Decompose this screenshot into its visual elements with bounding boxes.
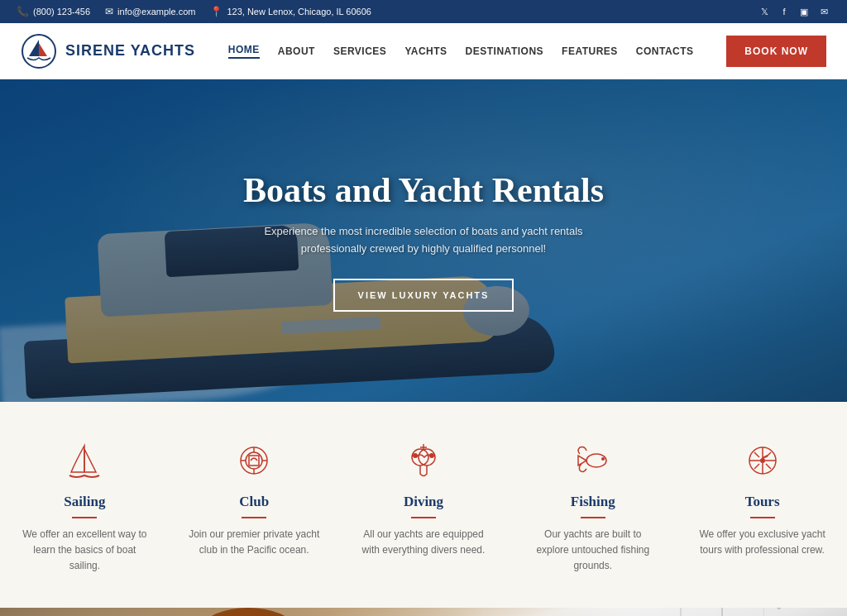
services-section: Sailing We offer an excellent way to lea… [0, 402, 847, 608]
bottom-photo-bg [0, 608, 847, 616]
service-fishing: Fishing Our yachts are built to explore … [514, 439, 672, 575]
nav-home[interactable]: HOME [228, 44, 260, 59]
sailing-divider [72, 517, 97, 518]
location-icon: 📍 [210, 6, 223, 17]
social-links: 𝕏 f ▣ ✉ [758, 5, 830, 18]
service-diving: Diving All our yachts are equipped with … [345, 439, 502, 558]
service-club: Club Join our premier private yacht club… [175, 439, 333, 558]
tours-title: Tours [696, 494, 829, 510]
mast-line-2 [680, 608, 682, 616]
club-divider [242, 517, 266, 518]
mast-line-3 [763, 608, 764, 616]
tours-icon [741, 439, 784, 482]
nav-features[interactable]: FEATURES [562, 45, 618, 57]
diving-icon [402, 439, 445, 482]
phone-icon: 📞 [17, 6, 29, 17]
service-tours: Tours We offer you exclusive yacht tours… [684, 439, 841, 558]
address-info: 📍 123, New Lenox, Chicago, IL 60606 [210, 6, 371, 17]
logo[interactable]: SIRENE YACHTS [21, 33, 195, 69]
fishing-title: Fishing [527, 494, 659, 510]
twitter-icon[interactable]: 𝕏 [758, 5, 771, 18]
main-nav: HOME ABOUT SERVICES YACHTS DESTINATIONS … [228, 44, 694, 59]
instagram-icon[interactable]: ▣ [797, 5, 811, 18]
nav-destinations[interactable]: DESTINATIONS [466, 45, 543, 57]
tours-desc: We offer you exclusive yacht tours with … [696, 527, 829, 558]
email-social-icon[interactable]: ✉ [817, 5, 830, 18]
fishing-divider [581, 517, 605, 518]
sailing-title: Sailing [18, 494, 151, 510]
hero-cta-button[interactable]: VIEW LUXURY YACHTS [333, 279, 514, 312]
service-sailing: Sailing We offer an excellent way to lea… [6, 439, 163, 575]
phone-info: 📞 (800) 123-456 [17, 6, 90, 17]
nav-yachts[interactable]: YACHTS [404, 45, 447, 57]
sailing-icon [63, 439, 106, 482]
mast-line-1 [721, 608, 723, 616]
svg-point-13 [586, 454, 606, 467]
address-text: 123, New Lenox, Chicago, IL 60606 [227, 7, 371, 17]
hero-section: Boats and Yacht Rentals Experience the m… [0, 79, 847, 402]
sailing-desc: We offer an excellent way to learn the b… [18, 527, 151, 575]
person-main-silhouette [182, 608, 314, 616]
header: SIRENE YACHTS HOME ABOUT SERVICES YACHTS… [0, 23, 847, 79]
email-info: ✉ info@example.com [105, 6, 195, 17]
club-icon [232, 439, 275, 482]
email-icon: ✉ [105, 6, 113, 17]
svg-point-14 [601, 457, 605, 461]
phone-number: (800) 123-456 [33, 7, 90, 17]
book-now-button[interactable]: BOOK NOW [726, 36, 826, 67]
svg-point-10 [429, 453, 434, 458]
diving-divider [411, 517, 436, 518]
fishing-icon [572, 439, 615, 482]
nav-services[interactable]: SERVICES [333, 45, 386, 57]
diving-title: Diving [357, 494, 490, 510]
logo-text: SIRENE YACHTS [65, 42, 195, 60]
fishing-desc: Our yachts are built to explore untouche… [527, 527, 659, 575]
top-bar-contact-info: 📞 (800) 123-456 ✉ info@example.com 📍 123… [17, 6, 371, 17]
svg-line-21 [763, 456, 768, 458]
hero-title: Boats and Yacht Rentals [243, 170, 604, 211]
bottom-photo-section [0, 608, 847, 616]
hero-content: Boats and Yacht Rentals Experience the m… [227, 170, 620, 312]
tours-divider [750, 517, 775, 518]
logo-icon [21, 33, 57, 69]
diving-desc: All our yachts are equipped with everyth… [357, 527, 490, 558]
facebook-icon[interactable]: f [778, 5, 791, 18]
club-desc: Join our premier private yacht club in t… [188, 527, 320, 558]
hero-subtitle: Experience the most incredible selection… [250, 223, 597, 258]
svg-point-9 [413, 453, 418, 458]
svg-point-16 [760, 458, 765, 463]
nav-contacts[interactable]: CONTACTS [636, 45, 694, 57]
email-address: info@example.com [117, 7, 195, 17]
club-title: Club [188, 494, 320, 510]
nav-about[interactable]: ABOUT [278, 45, 315, 57]
top-bar: 📞 (800) 123-456 ✉ info@example.com 📍 123… [0, 0, 847, 23]
svg-point-2 [246, 452, 262, 469]
